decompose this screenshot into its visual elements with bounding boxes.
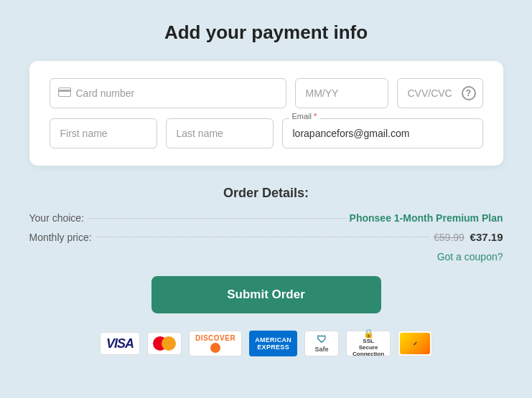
amex-badge: AMERICAN EXPRESS <box>249 331 297 356</box>
discover-label: DISCOVER <box>195 334 235 342</box>
email-wrapper: Email * <box>282 118 483 148</box>
last-name-input[interactable] <box>166 118 274 148</box>
monthly-label: Monthly price: <box>29 232 92 243</box>
amex-line2: EXPRESS <box>257 343 289 351</box>
coupon-row: Got a coupon? <box>29 250 503 263</box>
page-title: Add your payment info <box>164 22 368 44</box>
shield-icon: 🛡 <box>317 333 327 346</box>
first-name-input[interactable] <box>50 118 157 148</box>
norton-badge: ✓ <box>398 331 432 356</box>
email-input[interactable] <box>282 118 483 148</box>
dotted-divider-2 <box>96 237 429 237</box>
dotted-divider-1 <box>88 218 345 219</box>
ssl-badge: 🔒 SSL Secure Connection <box>346 331 391 356</box>
mc-orange-circle <box>162 336 176 351</box>
safe-badge: 🛡 Safe <box>304 331 339 356</box>
cvv-wrapper: ? <box>397 78 483 108</box>
discover-dot <box>210 343 220 353</box>
choice-label: Your choice: <box>29 212 85 224</box>
price-row: Monthly price: €59.99 €37.19 <box>29 231 503 243</box>
choice-row: Your choice: Phonsee 1-Month Premium Pla… <box>29 212 503 224</box>
mmyy-input[interactable] <box>295 78 388 108</box>
cvv-help-icon[interactable]: ? <box>462 86 476 100</box>
price-display: €59.99 €37.19 <box>434 231 503 243</box>
order-section: Order Details: Your choice: Phonsee 1-Mo… <box>29 186 503 356</box>
payment-badges: VISA DISCOVER AMERICAN EXPRESS 🛡 Safe 🔒 … <box>29 331 503 356</box>
discover-badge: DISCOVER <box>189 331 242 356</box>
name-email-row: Email * <box>50 118 483 148</box>
amex-line1: AMERICAN <box>255 336 291 343</box>
ssl-line3: Connection <box>353 351 384 358</box>
coupon-link[interactable]: Got a coupon? <box>437 251 503 262</box>
mmyy-wrapper <box>295 78 388 108</box>
card-number-input[interactable] <box>50 78 286 108</box>
submit-order-button[interactable]: Submit Order <box>151 276 381 313</box>
card-number-row: ? <box>50 78 483 108</box>
email-label: Email * <box>289 112 320 120</box>
choice-value: Phonsee 1-Month Premium Plan <box>350 212 503 224</box>
norton-inner: ✓ <box>400 333 430 354</box>
price-new: €37.19 <box>470 231 503 243</box>
mastercard-badge <box>147 332 182 355</box>
safe-label: Safe <box>315 346 329 354</box>
card-number-wrapper <box>50 78 286 108</box>
order-title: Order Details: <box>29 186 503 201</box>
payment-form-card: ? Email * <box>29 61 503 166</box>
visa-badge: VISA <box>100 332 140 355</box>
price-original: €59.99 <box>434 232 465 243</box>
